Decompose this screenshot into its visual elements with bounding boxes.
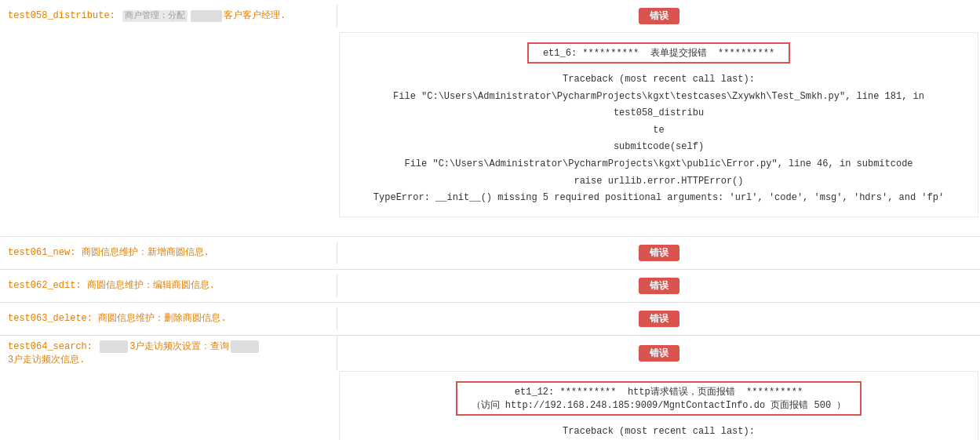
- test063-row: test063_delete: 商圆信息维护：删除商圆信息. 错误: [0, 303, 980, 336]
- test058-label: test058_distribute: 商户管理：分配 客户客户经理.: [0, 5, 337, 27]
- test064-label-mid: 3户走访频次设置：查询: [129, 340, 229, 354]
- test063-error-badge: 错误: [639, 311, 679, 327]
- test058-grey1: 商户管理：分配: [122, 10, 188, 22]
- test064-highlight-box: et1_12: ********** http请求错误，页面报错 *******…: [456, 381, 862, 416]
- test058-row: test058_distribute: 商户管理：分配 客户客户经理. 错误 e…: [0, 0, 980, 237]
- spacer-after-058: [0, 222, 980, 236]
- test058-error-badge: 错误: [639, 8, 679, 24]
- test062-label: test062_edit: 商圆信息维护：编辑商圆信息.: [0, 275, 337, 297]
- test061-label: test061_new: 商圆信息维护：新增商圆信息.: [0, 242, 337, 264]
- main-container: test058_distribute: 商户管理：分配 客户客户经理. 错误 e…: [0, 0, 980, 440]
- test064-label-suffix: 3户走访频次信息.: [8, 354, 85, 367]
- traceback-line-3: te: [363, 122, 954, 140]
- test064-traceback-block: et1_12: ********** http请求错误，页面报错 *******…: [339, 371, 978, 440]
- traceback-line-7: TypeError: __init__() missing 5 required…: [363, 190, 954, 207]
- test061-label-text: test061_new: 商圆信息维护：新增商圆信息.: [8, 246, 209, 260]
- test064-row: test064_search: 3户走访频次设置：查询 3户走访频次信息. 错误…: [0, 336, 980, 440]
- test058-traceback-lines: Traceback (most recent call last): File …: [363, 71, 954, 207]
- test058-content: 错误: [337, 0, 980, 32]
- test062-content: 错误: [337, 270, 980, 302]
- traceback-line-6: raise urllib.error.HTTPError(): [363, 173, 954, 191]
- test063-label-text: test063_delete: 商圆信息维护：删除商圆信息.: [8, 312, 226, 325]
- traceback-line-4: submitcode(self): [363, 139, 954, 156]
- test058-highlight-text: et1_6: ********** 表单提交报错 **********: [543, 48, 774, 59]
- test064-highlight-row: et1_12: ********** http请求错误，页面报错 *******…: [363, 381, 954, 420]
- test058-highlight-row: et1_6: ********** 表单提交报错 **********: [363, 42, 954, 68]
- test063-content: 错误: [337, 303, 980, 335]
- test058-highlight-box: et1_6: ********** 表单提交报错 **********: [527, 42, 790, 64]
- test062-row: test062_edit: 商圆信息维护：编辑商圆信息. 错误: [0, 270, 980, 303]
- test064-error-center: 错误: [345, 342, 972, 365]
- test058-error-center: 错误: [345, 5, 972, 27]
- test061-error-badge: 错误: [639, 245, 679, 261]
- test062-error-center: 错误: [345, 275, 972, 297]
- test064-label: test064_search: 3户走访频次设置：查询 3户走访频次信息.: [0, 336, 337, 372]
- test058-label-suffix: 客户客户经理.: [224, 9, 286, 23]
- test063-label: test063_delete: 商圆信息维护：删除商圆信息.: [0, 307, 337, 330]
- traceback-line-5: File "C:\Users\Administrator\PycharmProj…: [363, 156, 954, 173]
- traceback-line-2: File "C:\Users\Administrator\PycharmProj…: [363, 89, 954, 122]
- test062-error-badge: 错误: [639, 278, 679, 294]
- test061-row: test061_new: 商圆信息维护：新增商圆信息. 错误: [0, 237, 980, 270]
- test064-grey2: [231, 340, 259, 352]
- test058-grey2: [191, 10, 222, 22]
- test064-highlight-text: et1_12: ********** http请求错误，页面报错 *******…: [515, 387, 803, 398]
- test062-label-text: test062_edit: 商圆信息维护：编辑商圆信息.: [8, 279, 215, 293]
- test064-error-badge: 错误: [639, 345, 679, 362]
- traceback-line-1: Traceback (most recent call last):: [363, 71, 954, 89]
- test064-highlight-subtext: （访问 http://192.168.248.185:9009/MgntCont…: [472, 400, 847, 411]
- test061-error-center: 错误: [345, 242, 972, 264]
- test058-traceback-block: et1_6: ********** 表单提交报错 ********** Trac…: [339, 32, 978, 217]
- test064-traceback-lines: Traceback (most recent call last): File …: [363, 424, 954, 440]
- test063-error-center: 错误: [345, 307, 972, 330]
- test064-grey1: [100, 340, 128, 352]
- test064-content: 错误: [337, 337, 980, 369]
- test061-content: 错误: [337, 237, 980, 269]
- test064-label-text: test064_search:: [8, 340, 98, 354]
- t064-line-1: Traceback (most recent call last):: [363, 424, 954, 440]
- test058-label-text: test058_distribute:: [8, 9, 121, 23]
